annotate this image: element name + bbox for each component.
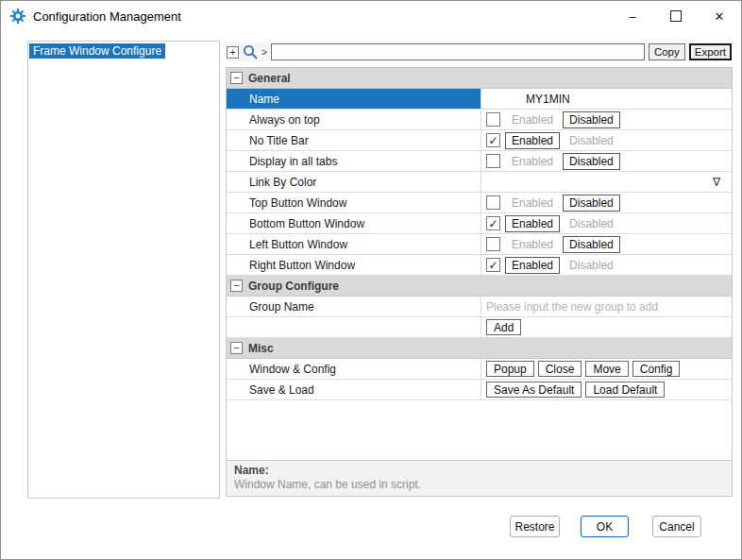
titlebar: Configuration Management – ✕ bbox=[1, 1, 741, 31]
always-on-top-checkbox[interactable] bbox=[486, 112, 500, 127]
description-panel: Name: Window Name, can be used in script… bbox=[226, 460, 733, 497]
always-on-top-enabled-option[interactable]: Enabled bbox=[505, 111, 560, 128]
bottom-button-window-checkbox[interactable]: ✓ bbox=[486, 216, 500, 230]
row-no-title-bar: No Title Bar ✓ Enabled Disabled bbox=[227, 130, 732, 151]
right-button-window-disabled-option[interactable]: Disabled bbox=[563, 257, 620, 274]
link-by-color-dropdown[interactable]: ∇ bbox=[481, 172, 732, 192]
always-on-top-disabled-option[interactable]: Disabled bbox=[563, 111, 620, 128]
load-default-button[interactable]: Load Default bbox=[585, 382, 665, 398]
left-button-window-checkbox[interactable] bbox=[486, 237, 500, 251]
gear-icon bbox=[10, 8, 25, 24]
row-always-on-top: Always on top Enabled Disabled bbox=[227, 110, 732, 130]
minimize-button[interactable]: – bbox=[611, 1, 654, 31]
row-display-in-all-tabs: Display in all tabs Enabled Disabled bbox=[227, 151, 732, 172]
row-label-save-and-load[interactable]: Save & Load bbox=[227, 380, 481, 399]
collapse-icon[interactable]: − bbox=[230, 342, 243, 354]
left-button-window-disabled-option[interactable]: Disabled bbox=[563, 236, 620, 253]
collapse-icon[interactable]: − bbox=[230, 280, 243, 292]
expand-all-button[interactable]: + bbox=[227, 46, 239, 59]
close-button[interactable]: ✕ bbox=[698, 1, 741, 31]
row-group-add: Add bbox=[227, 317, 732, 338]
section-header-misc: − Misc bbox=[227, 338, 732, 359]
config-button[interactable]: Config bbox=[632, 361, 681, 377]
close-icon: ✕ bbox=[715, 9, 725, 24]
section-title: General bbox=[248, 72, 291, 85]
close-window-button[interactable]: Close bbox=[538, 361, 582, 377]
configuration-management-dialog: Configuration Management – ✕ Frame Windo… bbox=[0, 0, 742, 560]
row-label-link-by-color[interactable]: Link By Color bbox=[227, 172, 481, 192]
display-in-all-tabs-checkbox[interactable] bbox=[486, 154, 500, 168]
section-title: Group Configure bbox=[248, 280, 339, 293]
row-label-left-button-window[interactable]: Left Button Window bbox=[227, 234, 481, 254]
display-in-all-tabs-enabled-option[interactable]: Enabled bbox=[505, 153, 560, 170]
row-name: Name MY1MIN bbox=[227, 89, 732, 110]
row-label-right-button-window[interactable]: Right Button Window bbox=[227, 255, 481, 275]
popup-button[interactable]: Popup bbox=[486, 361, 534, 377]
config-list-panel: Frame Window Configure bbox=[27, 41, 220, 499]
row-left-button-window: Left Button Window Enabled Disabled bbox=[227, 234, 732, 255]
description-text: Window Name, can be used in script. bbox=[234, 478, 724, 491]
row-label-display-in-all-tabs[interactable]: Display in all tabs bbox=[227, 151, 481, 171]
maximize-button[interactable] bbox=[654, 1, 698, 31]
grid-filler bbox=[227, 400, 732, 460]
top-button-window-disabled-option[interactable]: Disabled bbox=[563, 195, 620, 212]
no-title-bar-checkbox[interactable]: ✓ bbox=[486, 133, 500, 147]
section-header-general: − General bbox=[227, 68, 732, 89]
window-title: Configuration Management bbox=[33, 9, 181, 24]
row-bottom-button-window: Bottom Button Window ✓ Enabled Disabled bbox=[227, 213, 732, 234]
bottom-button-window-enabled-option[interactable]: Enabled bbox=[505, 215, 560, 232]
row-link-by-color: Link By Color ∇ bbox=[227, 172, 732, 193]
row-label-group-name[interactable]: Group Name bbox=[227, 297, 481, 316]
export-button[interactable]: Export bbox=[689, 43, 732, 60]
collapse-icon[interactable]: − bbox=[230, 72, 243, 84]
bottom-button-window-disabled-option[interactable]: Disabled bbox=[563, 215, 620, 232]
row-label-name[interactable]: Name bbox=[227, 89, 481, 109]
add-group-button[interactable]: Add bbox=[486, 319, 521, 335]
row-right-button-window: Right Button Window ✓ Enabled Disabled bbox=[227, 255, 732, 276]
row-label-no-title-bar[interactable]: No Title Bar bbox=[227, 130, 481, 150]
row-label-always-on-top[interactable]: Always on top bbox=[227, 110, 481, 129]
row-label-group-add bbox=[227, 317, 481, 337]
search-toolbar: + > Copy Export bbox=[226, 42, 733, 61]
row-group-name: Group Name Please input the new group to… bbox=[227, 297, 732, 317]
row-label-window-and-config[interactable]: Window & Config bbox=[227, 359, 481, 379]
search-icon bbox=[243, 44, 258, 59]
cancel-button[interactable]: Cancel bbox=[652, 516, 701, 537]
row-top-button-window: Top Button Window Enabled Disabled bbox=[227, 193, 732, 213]
chevron-right-icon: > bbox=[261, 47, 267, 58]
row-label-top-button-window[interactable]: Top Button Window bbox=[227, 193, 481, 212]
window-controls: – ✕ bbox=[611, 1, 741, 31]
description-title: Name: bbox=[234, 464, 724, 477]
right-button-window-enabled-option[interactable]: Enabled bbox=[505, 257, 560, 274]
search-input[interactable] bbox=[271, 43, 645, 60]
top-button-window-enabled-option[interactable]: Enabled bbox=[505, 195, 560, 212]
row-window-and-config: Window & Config Popup Close Move Config bbox=[227, 359, 732, 380]
group-name-input[interactable]: Please input the new group to add bbox=[486, 300, 658, 314]
sidebar-item-frame-window-configure[interactable]: Frame Window Configure bbox=[29, 43, 165, 59]
copy-button[interactable]: Copy bbox=[649, 43, 685, 60]
maximize-icon bbox=[670, 10, 682, 22]
right-button-window-checkbox[interactable]: ✓ bbox=[486, 258, 500, 272]
minimize-icon: – bbox=[629, 9, 635, 24]
property-grid: − General Name MY1MIN Always on top Enab… bbox=[226, 67, 733, 461]
save-as-default-button[interactable]: Save As Default bbox=[486, 382, 582, 398]
section-title: Misc bbox=[248, 342, 274, 355]
no-title-bar-disabled-option[interactable]: Disabled bbox=[563, 132, 620, 149]
dropdown-arrow-icon[interactable]: ∇ bbox=[713, 176, 720, 189]
name-value-field[interactable]: MY1MIN bbox=[481, 89, 732, 109]
row-label-bottom-button-window[interactable]: Bottom Button Window bbox=[227, 213, 481, 233]
section-header-group-configure: − Group Configure bbox=[227, 276, 732, 297]
left-button-window-enabled-option[interactable]: Enabled bbox=[505, 236, 560, 253]
ok-button[interactable]: OK bbox=[581, 516, 629, 537]
property-panel: + > Copy Export − General Name MY1MIN bbox=[226, 42, 733, 499]
row-save-and-load: Save & Load Save As Default Load Default bbox=[227, 380, 732, 400]
restore-button[interactable]: Restore bbox=[510, 516, 560, 537]
move-button[interactable]: Move bbox=[585, 361, 628, 377]
display-in-all-tabs-disabled-option[interactable]: Disabled bbox=[563, 153, 620, 170]
no-title-bar-enabled-option[interactable]: Enabled bbox=[505, 132, 560, 149]
top-button-window-checkbox[interactable] bbox=[486, 195, 500, 210]
